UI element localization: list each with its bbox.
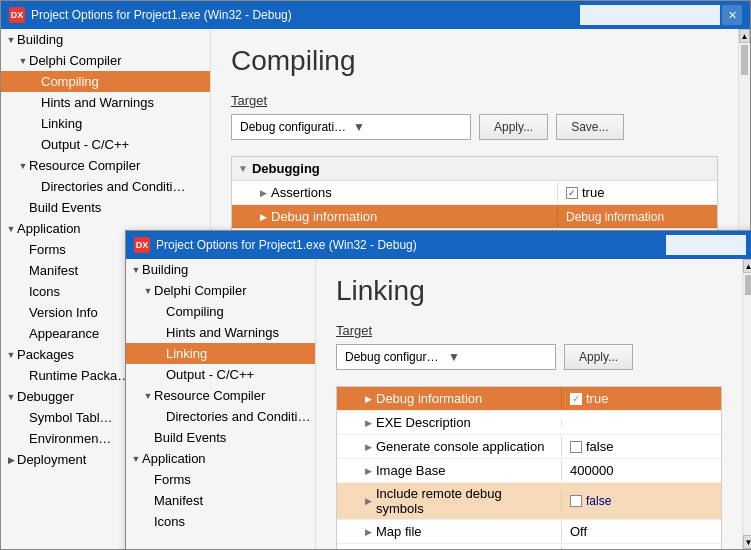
remote-debug-checkbox[interactable] [570,495,582,507]
sidebar-label-runtime: Runtime Packa… [29,368,130,383]
console-app-checkbox[interactable] [570,441,582,453]
overlay-target-dropdown[interactable]: Debug configuration - Windows 32-bit pla… [336,344,556,370]
debugging-section-label: Debugging [252,161,320,176]
overlay-scroll-thumb[interactable] [745,275,751,295]
assertions-val: true [557,182,717,203]
overlay-sidebar-app[interactable]: Application [126,448,315,469]
overlay-sidebar-output[interactable]: Output - C/C++ [126,364,315,385]
scroll-thumb[interactable] [741,45,748,75]
tree-arrow-building [5,34,17,46]
console-app-row[interactable]: ▶ Generate console application false [337,435,721,459]
sidebar-item-output[interactable]: Output - C/C++ [1,134,210,155]
image-base-row[interactable]: ▶ Image Base 400000 [337,459,721,483]
max-stack-row[interactable]: ▶ Maximum Stack Size 1048576 [337,544,721,549]
overlay-label-compiling: Compiling [166,304,224,319]
overlay-arrow-app [130,453,142,465]
sidebar-label-appearance: Appearance [29,326,99,341]
debugging-section-header[interactable]: ▼ Debugging [232,157,717,181]
tree-arrow-appearance [17,328,29,340]
overlay-target-label: Target [336,323,722,338]
overlay-apply-button[interactable]: Apply... [564,344,633,370]
linking-prop-table: ▶ Debug information ✓ true [336,386,722,549]
overlay-scroll-up[interactable]: ▲ [743,259,751,273]
tree-arrow-build [17,202,29,214]
overlay-sidebar-hints[interactable]: Hints and Warnings [126,322,315,343]
tree-arrow-debugger [5,391,17,403]
overlay-label-output: Output - C/C++ [166,367,254,382]
overlay-sidebar: Building Delphi Compiler Compiling Hints… [126,259,316,549]
overlay-sidebar-compiling[interactable]: Compiling [126,301,315,322]
exe-desc-name: ▶ EXE Description [337,412,561,433]
apply-button[interactable]: Apply... [479,114,548,140]
sidebar-item-resource[interactable]: Resource Compiler [1,155,210,176]
overlay-search-input[interactable] [666,235,746,255]
row-arrow-icon: ▶ [260,188,267,198]
sidebar-item-hints[interactable]: Hints and Warnings [1,92,210,113]
image-base-name: ▶ Image Base [337,460,561,481]
sidebar-label-icons: Icons [29,284,60,299]
sidebar-label-symbol: Symbol Tabl… [29,410,113,425]
sidebar-label-app: Application [17,221,81,236]
image-base-val: 400000 [561,460,721,481]
main-search-input[interactable] [580,5,720,25]
close-button[interactable]: ✕ [722,5,742,25]
section-arrow-icon: ▼ [238,163,248,174]
link-debug-val: ✓ true [561,388,721,409]
link-row-arrow3: ▶ [365,442,372,452]
overlay-target-row: Debug configuration - Windows 32-bit pla… [336,344,722,370]
link-debug-row[interactable]: ▶ Debug information ✓ true [337,387,721,411]
sidebar-label-dirs: Directories and Conditi… [41,179,186,194]
assertions-checkbox[interactable] [566,187,578,199]
save-button[interactable]: Save... [556,114,623,140]
overlay-arrow-delphi [142,285,154,297]
overlay-label-linking: Linking [166,346,207,361]
assertions-row[interactable]: ▶ Assertions true [232,181,717,205]
tree-arrow-linking [29,118,41,130]
overlay-scroll-track [743,273,751,535]
overlay-sidebar-delphi[interactable]: Delphi Compiler [126,280,315,301]
overlay-body: Building Delphi Compiler Compiling Hints… [126,259,751,549]
overlay-controls [666,235,746,255]
overlay-arrow-forms [142,474,154,486]
remote-debug-row[interactable]: ▶ Include remote debug symbols false [337,483,721,520]
overlay-arrow-building [130,264,142,276]
sidebar-item-build-events[interactable]: Build Events [1,197,210,218]
overlay-sidebar-resource[interactable]: Resource Compiler [126,385,315,406]
overlay-sidebar-building[interactable]: Building [126,259,315,280]
overlay-titlebar: DX Project Options for Project1.exe (Win… [126,231,751,259]
overlay-sidebar-icons[interactable]: Icons [126,511,315,532]
overlay-arrow-compiling [154,306,166,318]
overlay-sidebar-manifest[interactable]: Manifest [126,490,315,511]
overlay-sidebar-linking[interactable]: Linking [126,343,315,364]
overlay-scrollbar[interactable]: ▲ ▼ [742,259,751,549]
overlay-sidebar-dirs[interactable]: Directories and Conditi… [126,406,315,427]
sidebar-item-directories[interactable]: Directories and Conditi… [1,176,210,197]
row-arrow-icon2: ▶ [260,212,267,222]
overlay-sidebar-forms[interactable]: Forms [126,469,315,490]
tree-arrow-output [29,139,41,151]
overlay-dropdown-arrow-icon: ▼ [448,350,547,364]
sidebar-item-delphi-compiler[interactable]: Delphi Compiler [1,50,210,71]
sidebar-label-packages: Packages [17,347,74,362]
tree-arrow-forms [17,244,29,256]
target-dropdown[interactable]: Debug configuration - Windows 32-bit pla… [231,114,471,140]
sidebar-label-debugger: Debugger [17,389,74,404]
exe-desc-row[interactable]: ▶ EXE Description [337,411,721,435]
debug-info-row[interactable]: ▶ Debug information Debug information [232,205,717,229]
titlebar-left: DX Project Options for Project1.exe (Win… [9,7,292,23]
sidebar-item-linking[interactable]: Linking [1,113,210,134]
main-window-title: Project Options for Project1.exe (Win32 … [31,8,292,22]
link-debug-checkbox[interactable]: ✓ [570,393,582,405]
overlay-sidebar-build[interactable]: Build Events [126,427,315,448]
overlay-scroll-down[interactable]: ▼ [743,535,751,549]
sidebar-label-deploy: Deployment [17,452,86,467]
overlay-content: Linking Target Debug configuration - Win… [316,259,742,549]
map-file-row[interactable]: ▶ Map file Off [337,520,721,544]
page-title-compiling: Compiling [231,45,718,77]
sidebar-item-compiling[interactable]: Compiling [1,71,210,92]
assertions-name: ▶ Assertions [232,182,557,203]
sidebar-label-version: Version Info [29,305,98,320]
tree-arrow-runtime [17,370,29,382]
scroll-up-btn[interactable]: ▲ [739,29,750,43]
sidebar-item-building[interactable]: Building [1,29,210,50]
